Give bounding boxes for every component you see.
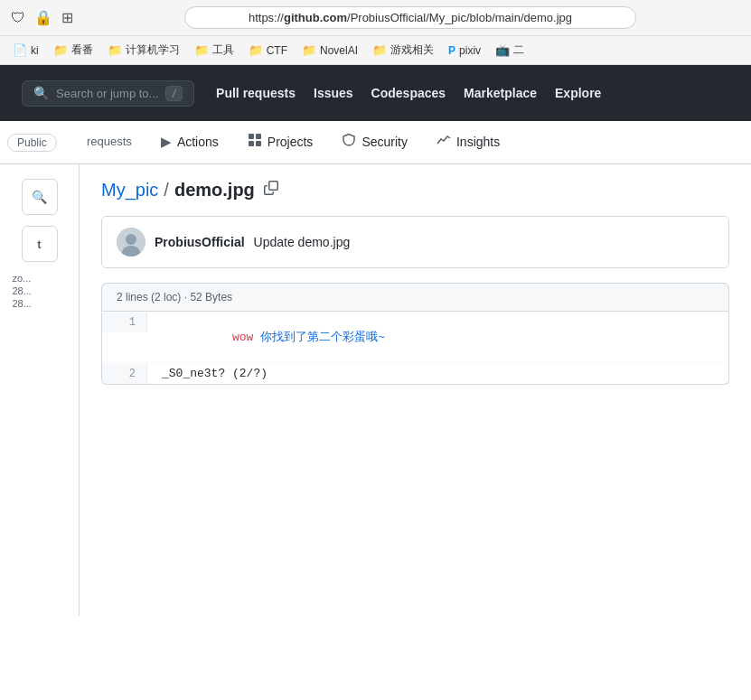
bookmark-jisuanji[interactable]: 📁 计算机学习 [102,41,185,60]
subnav-actions-label: Actions [177,135,219,149]
line-1-text: 你找到了第二个彩蛋哦~ [253,331,385,344]
file-size: 52 Bytes [190,291,232,303]
keyboard-shortcut-button[interactable]: t [22,226,58,262]
browser-security-icons: 🛡 🔒 ⊞ [11,9,73,26]
search-icon: 🔍 [33,86,49,100]
bookmark-pixiv-icon: P [448,44,455,57]
bookmark-ctf-icon: 📁 [249,43,263,57]
search-files-icon: 🔍 [32,190,47,204]
address-url: https://github.com/ProbiusOfficial/My_pi… [249,11,572,24]
file-info-bar: 2 lines (2 loc) · 52 Bytes [101,283,729,312]
line-number-1: 1 [102,313,147,332]
bookmark-ki-icon: 📄 [13,43,27,57]
address-input[interactable]: https://github.com/ProbiusOfficial/My_pi… [184,6,636,29]
bookmark-pixiv-label: pixiv [459,44,481,57]
bookmark-youxi-icon: 📁 [372,43,387,57]
bookmark-kanbei-label: 看番 [71,42,93,58]
author-avatar [117,228,146,257]
shield-icon: 🛡 [11,10,25,26]
bookmark-novelai-icon: 📁 [302,43,316,57]
svg-rect-3 [256,141,261,146]
github-search-box[interactable]: 🔍 Search or jump to... / [22,80,194,107]
github-header: 🔍 Search or jump to... / Pull requests I… [0,65,751,121]
bookmark-jisuanji-label: 计算机学习 [126,42,180,58]
keyboard-t-label: t [37,238,41,251]
public-badge: Public [7,134,57,152]
tab-icon: ⊞ [61,9,73,26]
address-bar: 🛡 🔒 ⊞ https://github.com/ProbiusOfficial… [0,0,751,36]
bookmark-er-label: 二 [513,42,524,58]
keyword-wow: wow [232,331,253,344]
history-item-3[interactable]: 28... [13,298,32,309]
line-content-2: _S0_ne3t? (2/?) [147,363,728,384]
subnav-insights-label: Insights [456,135,500,149]
file-area: My_pic / demo.jpg [80,164,751,616]
bookmark-gongju-label: 工具 [212,42,234,58]
security-shield-icon [342,133,356,150]
sidebar: 🔍 t zo... 28... 28... [0,164,80,616]
svg-rect-2 [249,141,254,146]
nav-codespaces[interactable]: Codespaces [371,86,446,100]
subnav-security-label: Security [361,135,408,149]
repo-owner-link[interactable]: My_pic [101,180,158,201]
bookmark-ki-label: ki [31,44,39,57]
bookmark-pixiv[interactable]: P pixiv [443,42,486,59]
bookmark-ki[interactable]: 📄 ki [7,42,44,59]
bookmark-ctf-label: CTF [267,44,287,57]
actions-icon: ▶ [161,134,172,150]
bookmark-novelai-label: NovelAI [320,44,358,57]
github-main-nav: Pull requests Issues Codespaces Marketpl… [216,86,601,100]
subnav-projects-label: Projects [268,135,314,149]
code-line-2: 2 _S0_ne3t? (2/?) [102,362,728,384]
bookmark-gongju-icon: 📁 [194,43,209,57]
svg-point-5 [126,234,136,245]
bookmark-gongju[interactable]: 📁 工具 [189,41,239,60]
search-files-button[interactable]: 🔍 [22,179,58,215]
bookmark-youxi[interactable]: 📁 游戏相关 [367,41,439,60]
commit-message: Update demo.jpg [254,235,351,249]
nav-pull-requests[interactable]: Pull requests [216,86,296,100]
subnav-item-projects[interactable]: Projects [233,122,328,163]
svg-rect-1 [256,134,261,139]
repo-subnav: requests ▶ Actions Projects [0,121,751,164]
bookmark-novelai[interactable]: 📁 NovelAI [296,42,363,59]
bookmark-kanbei-icon: 📁 [53,43,68,57]
repo-filename: demo.jpg [174,180,255,201]
bookmark-kanbei[interactable]: 📁 看番 [48,41,99,60]
search-shortcut-key: / [165,86,183,101]
bookmark-er[interactable]: 📺 二 [490,41,530,60]
copy-path-button[interactable] [260,179,282,201]
bookmarks-bar: 📄 ki 📁 看番 📁 计算机学习 📁 工具 📁 CTF 📁 NovelAI 📁… [0,36,751,65]
code-line-1: 1 wow 你找到了第二个彩蛋哦~ [102,312,728,362]
nav-marketplace[interactable]: Marketplace [464,86,537,100]
search-placeholder: Search or jump to... [56,87,158,100]
pull-requests-partial-label: requests [87,135,132,148]
bookmark-jisuanji-icon: 📁 [108,43,122,57]
subnav-item-security[interactable]: Security [327,122,422,163]
line-content-1: wow 你找到了第二个彩蛋哦~ [147,312,728,362]
subnav-item-pull-requests[interactable]: requests [72,124,146,161]
sidebar-history: zo... 28... 28... [13,273,67,309]
bookmark-er-icon: 📺 [495,43,510,57]
insights-icon [437,133,451,150]
commit-box: ProbiusOfficial Update demo.jpg [101,216,729,268]
avatar-image [117,228,146,257]
path-separator: / [164,180,169,201]
bookmark-ctf[interactable]: 📁 CTF [243,42,293,59]
nav-explore[interactable]: Explore [555,86,601,100]
code-viewer: 1 wow 你找到了第二个彩蛋哦~ 2 _S0_ne3t? (2/?) [101,312,729,385]
subnav-item-actions[interactable]: ▶ Actions [146,123,233,163]
projects-icon [248,133,262,150]
bookmark-youxi-label: 游戏相关 [390,42,434,58]
file-lines-count: 2 lines (2 loc) [117,291,181,303]
line-number-2: 2 [102,364,147,384]
history-item-1[interactable]: zo... [13,273,32,284]
history-item-2[interactable]: 28... [13,285,32,296]
repo-path: My_pic / demo.jpg [101,179,729,201]
main-content: 🔍 t zo... 28... 28... My_pic / demo.jpg [0,164,751,616]
commit-author[interactable]: ProbiusOfficial [155,235,245,249]
lock-icon: 🔒 [34,9,52,26]
nav-issues[interactable]: Issues [314,86,353,100]
svg-rect-0 [249,134,254,139]
subnav-item-insights[interactable]: Insights [422,122,514,163]
